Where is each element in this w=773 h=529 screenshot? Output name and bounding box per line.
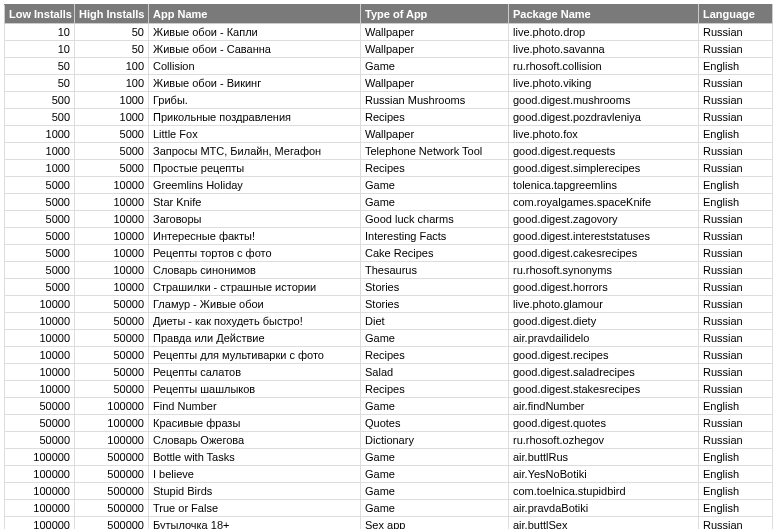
cell-package: good.digest.recipes — [509, 347, 699, 364]
cell-language: English — [699, 194, 773, 211]
cell-app-name: Рецепты тортов с фото — [149, 245, 361, 262]
cell-app-name: Простые рецепты — [149, 160, 361, 177]
cell-language: Russian — [699, 228, 773, 245]
cell-language: Russian — [699, 24, 773, 41]
table-row[interactable]: 10005000Запросы МТС, Билайн, МегафонTele… — [5, 143, 773, 160]
cell-high-installs: 100000 — [75, 432, 149, 449]
header-high-installs[interactable]: High Installs — [75, 5, 149, 24]
cell-package: good.digest.intereststatuses — [509, 228, 699, 245]
cell-high-installs: 500000 — [75, 449, 149, 466]
cell-package: ru.rhosoft.collision — [509, 58, 699, 75]
table-row[interactable]: 1000050000Рецепты салатовSaladgood.diges… — [5, 364, 773, 381]
cell-low-installs: 10000 — [5, 347, 75, 364]
cell-package: tolenica.tapgreemlins — [509, 177, 699, 194]
table-row[interactable]: 5001000Прикольные поздравленияRecipesgoo… — [5, 109, 773, 126]
table-row[interactable]: 1050Живые обои - СаваннаWallpaperlive.ph… — [5, 41, 773, 58]
cell-type: Game — [361, 194, 509, 211]
table-row[interactable]: 500010000Рецепты тортов с фотоCake Recip… — [5, 245, 773, 262]
cell-type: Russian Mushrooms — [361, 92, 509, 109]
cell-high-installs: 100000 — [75, 398, 149, 415]
table-row[interactable]: 50000100000Find NumberGameair.findNumber… — [5, 398, 773, 415]
cell-high-installs: 500000 — [75, 517, 149, 530]
header-app-name[interactable]: App Name — [149, 5, 361, 24]
table-row[interactable]: 100000500000Bottle with TasksGameair.but… — [5, 449, 773, 466]
cell-high-installs: 10000 — [75, 177, 149, 194]
table-row[interactable]: 50000100000Словарь ОжеговаDictionaryru.r… — [5, 432, 773, 449]
table-row[interactable]: 100000500000Stupid BirdsGamecom.toelnica… — [5, 483, 773, 500]
table-row[interactable]: 10005000Little FoxWallpaperlive.photo.fo… — [5, 126, 773, 143]
cell-type: Diet — [361, 313, 509, 330]
cell-low-installs: 50000 — [5, 398, 75, 415]
cell-package: good.digest.horrors — [509, 279, 699, 296]
table-row[interactable]: 5001000Грибы.Russian Mushroomsgood.diges… — [5, 92, 773, 109]
cell-app-name: Little Fox — [149, 126, 361, 143]
cell-high-installs: 50000 — [75, 347, 149, 364]
cell-type: Telephone Network Tool — [361, 143, 509, 160]
table-row[interactable]: 500010000Greemlins HolidayGametolenica.t… — [5, 177, 773, 194]
cell-package: air.YesNoBotiki — [509, 466, 699, 483]
cell-app-name: Рецепты для мультиварки с фото — [149, 347, 361, 364]
cell-high-installs: 100 — [75, 58, 149, 75]
header-low-installs[interactable]: Low Installs — [5, 5, 75, 24]
cell-package: air.buttlSex — [509, 517, 699, 530]
cell-app-name: Star Knife — [149, 194, 361, 211]
table-row[interactable]: 100000500000True or FalseGameair.pravdaB… — [5, 500, 773, 517]
cell-app-name: Грибы. — [149, 92, 361, 109]
table-row[interactable]: 1000050000Рецепты шашлыковRecipesgood.di… — [5, 381, 773, 398]
cell-app-name: Заговоры — [149, 211, 361, 228]
cell-package: good.digest.zagovory — [509, 211, 699, 228]
table-row[interactable]: 1000050000Гламур - Живые обоиStorieslive… — [5, 296, 773, 313]
table-row[interactable]: 500010000Страшилки - страшные историиSto… — [5, 279, 773, 296]
cell-low-installs: 100000 — [5, 449, 75, 466]
cell-high-installs: 10000 — [75, 228, 149, 245]
cell-language: English — [699, 177, 773, 194]
cell-low-installs: 10000 — [5, 296, 75, 313]
header-type[interactable]: Type of App — [361, 5, 509, 24]
cell-type: Salad — [361, 364, 509, 381]
cell-type: Thesaurus — [361, 262, 509, 279]
cell-language: Russian — [699, 415, 773, 432]
cell-language: Russian — [699, 75, 773, 92]
cell-package: good.digest.cakesrecipes — [509, 245, 699, 262]
table-row[interactable]: 1000050000Рецепты для мультиварки с фото… — [5, 347, 773, 364]
table-row[interactable]: 100000500000Бутылочка 18+Sex appair.butt… — [5, 517, 773, 530]
cell-package: air.pravdailidelo — [509, 330, 699, 347]
cell-app-name: Диеты - как похудеть быстро! — [149, 313, 361, 330]
cell-app-name: True or False — [149, 500, 361, 517]
header-row: Low Installs High Installs App Name Type… — [5, 5, 773, 24]
cell-app-name: Страшилки - страшные истории — [149, 279, 361, 296]
cell-low-installs: 500 — [5, 92, 75, 109]
cell-type: Stories — [361, 296, 509, 313]
table-row[interactable]: 1050Живые обои - КаплиWallpaperlive.phot… — [5, 24, 773, 41]
cell-language: English — [699, 398, 773, 415]
cell-package: good.digest.mushrooms — [509, 92, 699, 109]
cell-low-installs: 10000 — [5, 313, 75, 330]
header-package[interactable]: Package Name — [509, 5, 699, 24]
apps-table: Low Installs High Installs App Name Type… — [4, 4, 773, 529]
cell-language: Russian — [699, 262, 773, 279]
table-row[interactable]: 1000050000Правда или ДействиеGameair.pra… — [5, 330, 773, 347]
table-row[interactable]: 500010000Словарь синонимовThesaurusru.rh… — [5, 262, 773, 279]
cell-language: Russian — [699, 160, 773, 177]
header-language[interactable]: Language — [699, 5, 773, 24]
cell-app-name: Красивые фразы — [149, 415, 361, 432]
table-row[interactable]: 50100CollisionGameru.rhosoft.collisionEn… — [5, 58, 773, 75]
table-row[interactable]: 1000050000Диеты - как похудеть быстро!Di… — [5, 313, 773, 330]
cell-type: Game — [361, 500, 509, 517]
cell-language: Russian — [699, 92, 773, 109]
table-row[interactable]: 50000100000Красивые фразыQuotesgood.dige… — [5, 415, 773, 432]
table-row[interactable]: 50100Живые обои - ВикингWallpaperlive.ph… — [5, 75, 773, 92]
table-row[interactable]: 500010000Star KnifeGamecom.royalgames.sp… — [5, 194, 773, 211]
table-row[interactable]: 500010000Интересные факты!Interesting Fa… — [5, 228, 773, 245]
table-row[interactable]: 100000500000I believeGameair.YesNoBotiki… — [5, 466, 773, 483]
cell-language: English — [699, 126, 773, 143]
cell-language: Russian — [699, 41, 773, 58]
table-row[interactable]: 500010000ЗаговорыGood luck charmsgood.di… — [5, 211, 773, 228]
cell-type: Sex app — [361, 517, 509, 530]
table-row[interactable]: 10005000Простые рецептыRecipesgood.diges… — [5, 160, 773, 177]
cell-low-installs: 500 — [5, 109, 75, 126]
cell-package: live.photo.fox — [509, 126, 699, 143]
cell-low-installs: 100000 — [5, 483, 75, 500]
cell-type: Game — [361, 483, 509, 500]
cell-package: good.digest.stakesrecipes — [509, 381, 699, 398]
